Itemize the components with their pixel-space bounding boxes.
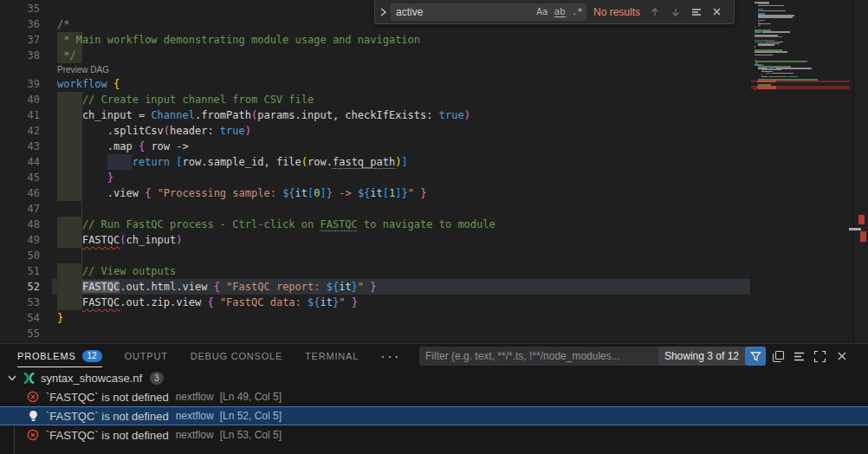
line-number: 50 xyxy=(0,248,40,263)
panel-tab-terminal[interactable]: TERMINAL xyxy=(305,345,359,367)
minimap-code-line xyxy=(761,76,767,78)
code-line-54[interactable]: 54} xyxy=(0,310,750,326)
panel-tab-debug-console[interactable]: DEBUG CONSOLE xyxy=(191,345,282,367)
line-number: 40 xyxy=(0,92,40,107)
code-line-41[interactable]: 41 ch_input = Channel.fromPath(params.in… xyxy=(0,107,750,123)
filter-funnel-button[interactable] xyxy=(745,347,766,366)
minimap-code-line xyxy=(755,27,755,29)
line-number: 48 xyxy=(0,217,40,232)
filter-input[interactable]: Filter (e.g. text, **/*.ts, !**/node_mod… xyxy=(419,350,658,362)
whole-word-icon[interactable]: ab xyxy=(554,7,566,17)
line-number: 53 xyxy=(0,295,40,310)
code-text: FASTQC(ch_input) xyxy=(57,232,183,248)
overview-ruler[interactable] xyxy=(853,0,868,343)
code-line-45[interactable]: 45 } xyxy=(0,170,750,185)
problem-message: `FASTQC` is not defined xyxy=(46,429,169,442)
problem-source: nextflow xyxy=(176,391,214,403)
code-line-44[interactable]: 44 return [row.sample_id, file(row.fastq… xyxy=(0,154,750,170)
line-number: 39 xyxy=(0,76,40,92)
code-line-46[interactable]: 46 .view { "Processing sample: ${it[0]} … xyxy=(0,185,750,201)
code-text: .map { row -> xyxy=(57,139,189,154)
code-line-48[interactable]: 48 // Run FastQC process - Ctrl-click on… xyxy=(0,217,750,232)
code-line-43[interactable]: 43 .map { row -> xyxy=(0,139,750,154)
problem-source: nextflow xyxy=(176,410,214,422)
close-find-icon[interactable] xyxy=(711,6,722,17)
find-input[interactable] xyxy=(394,5,530,19)
collapse-all-icon[interactable] xyxy=(772,350,785,363)
minimap-code-line xyxy=(758,25,761,27)
regex-icon[interactable]: .* xyxy=(572,6,583,17)
problem-row--ln-49-col-5-[interactable]: `FASTQC` is not definednextflow[Ln 49, C… xyxy=(0,387,868,406)
problems-file-row[interactable]: syntax_showcase.nf3 xyxy=(0,368,868,387)
minimap-code-line xyxy=(755,55,773,56)
minimap-code-line xyxy=(755,31,761,33)
minimap-code-line xyxy=(758,16,793,18)
minimap-code-line xyxy=(755,61,807,62)
line-number: 41 xyxy=(0,107,40,123)
indent-guide xyxy=(81,248,82,263)
code-line-37[interactable]: 37 * Main workflow demonstrating module … xyxy=(0,32,750,48)
code-line-51[interactable]: 51 // View outputs xyxy=(0,263,750,279)
code-line-55[interactable]: 55 xyxy=(0,326,750,341)
ruler-cursor-mark xyxy=(849,228,861,230)
code-line-50[interactable]: 50 xyxy=(0,248,750,263)
line-number: 38 xyxy=(0,48,40,63)
match-case-icon[interactable]: Aa xyxy=(536,6,547,17)
code-text: // Create input channel from CSV file xyxy=(57,92,314,107)
code-text: .splitCsv(header: true) xyxy=(57,123,251,139)
find-in-selection-icon[interactable] xyxy=(690,6,703,18)
problem-message: `FASTQC` is not defined xyxy=(46,391,169,404)
minimap-code-line xyxy=(755,46,755,48)
code-text: /* xyxy=(57,16,69,32)
bottom-panel: PROBLEMS12OUTPUTDEBUG CONSOLETERMINAL···… xyxy=(0,343,868,454)
minimap-code-line xyxy=(768,76,787,78)
indent-guide xyxy=(81,201,82,217)
code-line-42[interactable]: 42 .splitCsv(header: true) xyxy=(0,123,750,139)
toggle-replace-chevron-icon[interactable] xyxy=(375,7,391,17)
ruler-error-mark xyxy=(860,231,866,242)
minimap-code-line xyxy=(755,89,755,91)
code-line-40[interactable]: 40 // Create input channel from CSV file xyxy=(0,92,750,107)
nextflow-file-icon xyxy=(22,372,36,385)
code-line-39[interactable]: 39workflow { xyxy=(0,76,750,92)
close-panel-icon[interactable] xyxy=(836,350,848,362)
code-text: ch_input = Channel.fromPath(params.input… xyxy=(57,107,470,123)
code-line-49[interactable]: 49 FASTQC(ch_input) xyxy=(0,232,750,248)
previous-match-icon[interactable] xyxy=(649,6,661,18)
panel-tab-problems[interactable]: PROBLEMS12 xyxy=(17,345,102,367)
panel-tab-output[interactable]: OUTPUT xyxy=(125,345,168,367)
chevron-down-icon[interactable] xyxy=(5,372,19,384)
minimap-code-line xyxy=(787,76,799,78)
code-text: FASTQC.out.html.view { "FastQC report: $… xyxy=(57,279,377,295)
codelens-preview-dag-link[interactable]: Preview DAG xyxy=(57,64,109,75)
problems-filter-box[interactable]: Filter (e.g. text, **/*.ts, !**/node_mod… xyxy=(419,347,766,366)
minimap-error-word xyxy=(757,88,776,89)
code-line-53[interactable]: 53 FASTQC.out.zip.view { "FastQC data: $… xyxy=(0,295,750,310)
problem-row--ln-52-col-5-[interactable]: `FASTQC` is not definednextflow[Ln 52, C… xyxy=(0,406,868,425)
problem-row--ln-53-col-5-[interactable]: `FASTQC` is not definednextflow[Ln 53, C… xyxy=(0,425,868,444)
panel-more-actions-icon[interactable]: ··· xyxy=(379,350,399,363)
codelens-row: Preview DAG xyxy=(0,63,750,76)
panel-tabs: PROBLEMS12OUTPUTDEBUG CONSOLETERMINAL··· xyxy=(17,344,400,368)
code-line-38[interactable]: 38 */ xyxy=(0,48,750,63)
ruler-error-mark xyxy=(858,215,865,224)
minimap[interactable] xyxy=(750,0,853,343)
line-number: 37 xyxy=(0,32,40,48)
panel-tab-label: TERMINAL xyxy=(305,351,359,361)
error-icon xyxy=(26,429,40,441)
minimap-code-line xyxy=(766,73,771,75)
problem-location: [Ln 52, Col 5] xyxy=(220,410,282,422)
code-text: // Run FastQC process - Ctrl-click on FA… xyxy=(57,217,496,232)
minimap-code-line xyxy=(758,44,774,46)
code-text: } xyxy=(57,170,113,185)
code-line-52[interactable]: 52 FASTQC.out.html.view { "FastQC report… xyxy=(0,279,750,295)
code-text: .view { "Processing sample: ${it[0]} -> … xyxy=(57,185,426,201)
code-text: return [row.sample_id, file(row.fastq_pa… xyxy=(57,154,408,170)
problems-tree: syntax_showcase.nf3`FASTQC` is not defin… xyxy=(0,368,868,444)
maximize-panel-icon[interactable] xyxy=(813,350,826,363)
next-match-icon[interactable] xyxy=(670,6,682,18)
view-as-table-icon[interactable] xyxy=(793,350,806,363)
code-line-47[interactable]: 47 xyxy=(0,201,750,217)
code-editor[interactable]: 3536/*37 * Main workflow demonstrating m… xyxy=(0,0,868,343)
file-problem-count-badge: 3 xyxy=(150,372,164,385)
